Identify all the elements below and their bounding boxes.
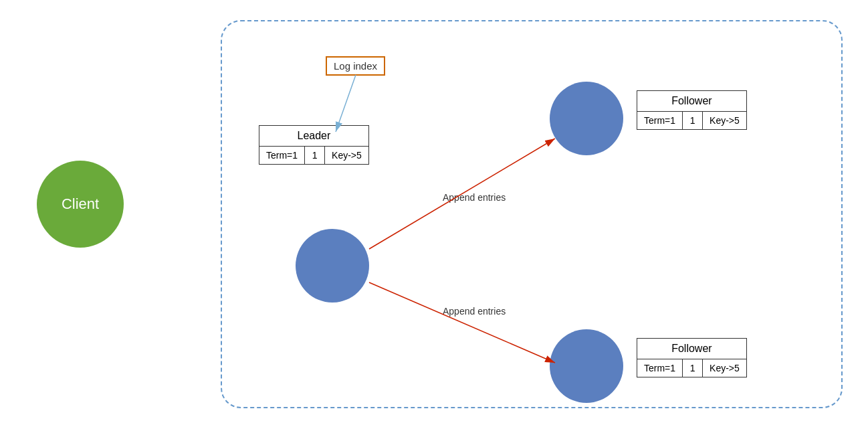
follower1-index: 1 <box>683 112 703 129</box>
follower1-entry: Key->5 <box>703 112 746 129</box>
raft-cluster: Log index Leader Term=1 1 Key->5 Followe… <box>221 20 843 408</box>
leader-entry: Key->5 <box>325 147 368 164</box>
follower1-header: Follower <box>637 91 746 112</box>
follower1-box: Follower Term=1 1 Key->5 <box>637 90 747 130</box>
append-entries-label-1: Append entries <box>443 192 506 203</box>
follower2-log-row: Term=1 1 Key->5 <box>637 359 746 377</box>
leader-box: Leader Term=1 1 Key->5 <box>259 125 369 165</box>
follower2-index: 1 <box>683 359 703 377</box>
follower2-term: Term=1 <box>637 359 683 377</box>
follower1-circle <box>550 82 623 155</box>
client-label: Client <box>62 195 99 213</box>
append-entries-arrow-2 <box>369 282 555 363</box>
arrows-svg <box>222 21 841 407</box>
log-index-arrow <box>336 75 356 132</box>
follower2-header: Follower <box>637 339 746 359</box>
log-index-label: Log index <box>326 56 385 76</box>
leader-header: Leader <box>259 126 368 147</box>
follower2-circle <box>550 329 623 403</box>
leader-circle <box>296 229 369 303</box>
follower2-entry: Key->5 <box>703 359 746 377</box>
leader-log-row: Term=1 1 Key->5 <box>259 147 368 164</box>
leader-term: Term=1 <box>259 147 305 164</box>
follower1-term: Term=1 <box>637 112 683 129</box>
follower1-log-row: Term=1 1 Key->5 <box>637 112 746 129</box>
client-node: Client <box>37 161 124 248</box>
leader-index: 1 <box>305 147 325 164</box>
follower2-box: Follower Term=1 1 Key->5 <box>637 338 747 377</box>
append-entries-label-2: Append entries <box>443 306 506 317</box>
